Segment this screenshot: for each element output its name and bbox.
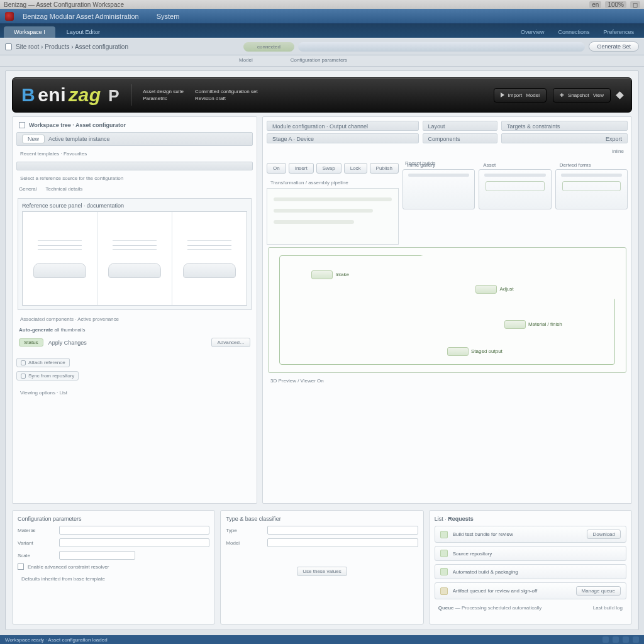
thumbnail-strip <box>22 211 247 306</box>
diamond-icon <box>616 91 624 99</box>
gallery-card-2[interactable]: Asset <box>479 169 551 209</box>
recent-templates-label: Recent templates · Favourites <box>16 148 253 159</box>
node-output: Staged output <box>471 349 502 355</box>
bb-on[interactable]: On <box>267 163 286 174</box>
hero-line-2a: Committed configuration set <box>195 89 258 94</box>
build-log-button[interactable]: Last build log <box>593 605 623 611</box>
status-icon-2[interactable] <box>613 636 619 643</box>
inline-gallery: Inline gallery Asset Derived forms <box>402 169 628 209</box>
brand-hero: Benizag P Asset design suiteParametric C… <box>12 77 632 113</box>
os-lang[interactable]: en <box>589 1 601 8</box>
node-adjust: Adjust <box>499 287 513 292</box>
module-config-header: Module configuration · Output channel <box>272 123 368 130</box>
bb-publish[interactable]: Publish <box>370 163 399 174</box>
tab-layout-editor[interactable]: Layout Editor <box>57 26 110 38</box>
field-variant-label: Variant <box>18 540 55 546</box>
subtab-model[interactable]: Model <box>239 55 253 66</box>
tablink-overview[interactable]: Overview <box>514 26 551 38</box>
reference-frame-title: Reference source panel · documentation <box>22 203 247 209</box>
card2-title: Type & base classifier <box>226 516 418 522</box>
field-model-label: Model <box>226 540 264 546</box>
pipeline-diagram[interactable]: Intake Adjust Material / finish Staged o… <box>268 247 626 373</box>
card-config-params: Configuration parameters Material Varian… <box>12 510 215 625</box>
template-selector[interactable] <box>16 162 253 170</box>
tree-icon <box>19 122 25 128</box>
apply-changes-link[interactable]: Apply Changes <box>48 340 87 346</box>
field-material-label: Material <box>18 528 55 533</box>
new-template-button[interactable]: New <box>22 135 45 143</box>
action-buttonbar: On Insert Swap Lock Publish <box>267 163 399 174</box>
active-template-label: Active template instance <box>48 136 110 142</box>
node-material: Material / finish <box>528 321 562 327</box>
attach-reference-button[interactable]: Attach reference <box>16 358 70 367</box>
generate-set-button[interactable]: Generate Set <box>589 42 639 52</box>
toolbar-checkbox[interactable] <box>5 43 12 50</box>
layout-header[interactable]: Layout <box>428 123 445 130</box>
components-label[interactable]: Components <box>428 136 460 142</box>
tab-workspace[interactable]: Workspace I <box>4 26 55 38</box>
app-menubar: Benizag Modular Asset Administration Sys… <box>0 9 644 24</box>
export-label[interactable]: Export <box>606 136 622 142</box>
bb-insert[interactable]: Insert <box>289 163 314 174</box>
field-scale-input[interactable] <box>59 551 135 560</box>
field-type-input[interactable] <box>267 526 418 535</box>
gallery-card-1[interactable]: Inline gallery <box>402 169 475 209</box>
os-title: Benizag — Asset Configuration Workspace <box>4 1 124 8</box>
node-intake: Intake <box>335 272 349 277</box>
status-icon-1[interactable] <box>602 636 609 643</box>
field-variant-input[interactable] <box>59 538 209 547</box>
hero-import-button[interactable]: ImportModel <box>494 88 547 103</box>
right-pane: Module configuration · Output channel La… <box>262 116 632 504</box>
constraint-resolver-label: Enable advanced constraint resolver <box>28 564 109 570</box>
hero-line-2b: Revision draft <box>195 96 258 101</box>
left-header: Workspace tree · Asset configurator <box>29 122 126 128</box>
field-model-input[interactable] <box>267 538 418 547</box>
document-tabs: Workspace I Layout Editor Overview Conne… <box>0 24 644 38</box>
status-pill-connected: connected <box>243 42 294 52</box>
os-zoom[interactable]: 100% <box>605 1 626 8</box>
left-tab-general[interactable]: General <box>19 186 36 192</box>
field-material-input[interactable] <box>59 526 209 535</box>
thumbnail-2[interactable] <box>97 212 172 305</box>
search-bar[interactable] <box>298 42 586 52</box>
status-icon-3[interactable] <box>623 636 629 643</box>
build-icon <box>440 568 448 575</box>
arrow-right-icon <box>501 92 504 97</box>
pipeline-mini-preview <box>267 188 399 245</box>
app-title: Benizag Modular Asset Administration <box>23 13 139 20</box>
bb-lock[interactable]: Lock <box>344 163 367 174</box>
hero-snapshot-button[interactable]: ✚SnapshotView <box>553 88 611 103</box>
hero-line-1a: Asset design suite <box>143 89 184 94</box>
manage-queue-button[interactable]: Manage queue <box>576 586 621 596</box>
thumbnail-3[interactable] <box>172 212 247 305</box>
brand-logo: Benizag P <box>21 84 119 106</box>
download-button[interactable]: Download <box>587 530 621 539</box>
advanced-button[interactable]: Advanced… <box>211 338 250 347</box>
list-item: Automated build & packaging <box>435 564 626 579</box>
bb-swap[interactable]: Swap <box>316 163 341 174</box>
thumbnail-1[interactable] <box>23 212 97 305</box>
address-toolbar: Site root › Products › Asset configurati… <box>0 38 644 55</box>
status-icon-4[interactable] <box>633 636 639 643</box>
field-type-label: Type <box>226 528 264 533</box>
tablink-preferences[interactable]: Preferences <box>597 26 640 38</box>
reference-frame: Reference source panel · documentation <box>18 198 252 310</box>
gallery-card-3[interactable]: Derived forms <box>555 169 628 209</box>
breadcrumb[interactable]: Site root › Products › Asset configurati… <box>16 43 217 50</box>
os-window-control[interactable]: ◻ <box>630 1 640 8</box>
card-type-classifier: Type & base classifier Type Model Use th… <box>220 510 423 625</box>
sync-repo-button[interactable]: Sync from repository <box>16 371 79 380</box>
use-values-button[interactable]: Use these values <box>297 567 347 576</box>
left-tab-technical[interactable]: Technical details <box>45 186 82 192</box>
targets-header[interactable]: Targets & constraints <box>507 123 560 130</box>
subtab-config-params[interactable]: Configuration parameters <box>291 55 347 66</box>
tablink-connections[interactable]: Connections <box>552 26 596 38</box>
card1-footnote: Defaults inherited from base template <box>18 574 209 584</box>
constraint-resolver-checkbox[interactable] <box>18 564 24 570</box>
field-scale-label: Scale <box>18 553 55 558</box>
app-icon <box>5 12 14 21</box>
attach-icon <box>21 360 26 365</box>
menu-system[interactable]: System <box>157 13 180 20</box>
inline-note: Inline <box>267 146 628 157</box>
pipeline-section-title: Transformation / assembly pipeline <box>267 177 399 188</box>
